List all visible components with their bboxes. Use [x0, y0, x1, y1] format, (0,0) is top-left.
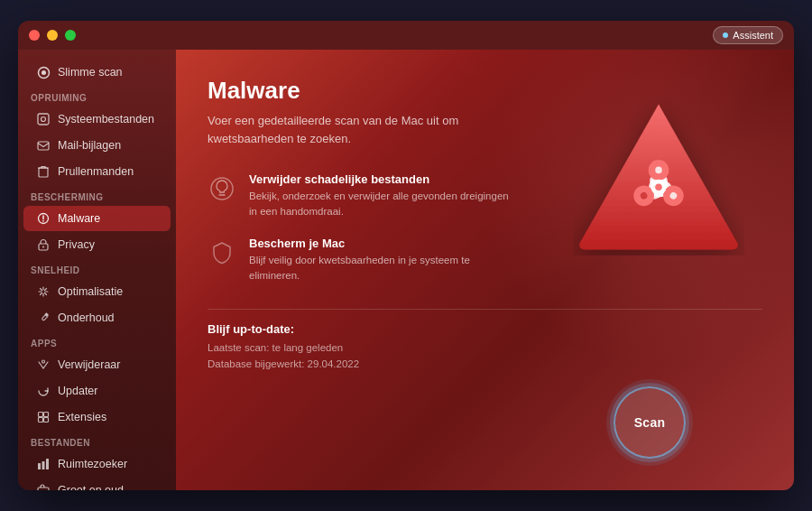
svg-rect-16	[46, 459, 49, 469]
assistant-button[interactable]: Assistent	[713, 26, 783, 44]
sidebar-item-prullenmanden[interactable]: Prullenmanden	[23, 159, 171, 184]
minimize-button[interactable]	[47, 30, 58, 41]
svg-point-8	[42, 246, 44, 248]
svg-rect-4	[38, 142, 49, 150]
svg-rect-12	[39, 418, 43, 423]
status-section: Blijf up-to-date: Laatste scan: te lang …	[208, 309, 762, 373]
svg-rect-5	[39, 168, 48, 177]
sidebar-item-label: Mail-bijlagen	[58, 139, 121, 152]
feature-icon-1	[208, 174, 236, 203]
sidebar-item-systeembestanden[interactable]: Systeembestanden	[23, 107, 171, 132]
scan-button-container: Scan	[614, 386, 686, 459]
sidebar-item-label: Optimalisatie	[58, 285, 123, 298]
trash-icon	[36, 164, 51, 179]
extensies-icon	[36, 410, 51, 424]
sidebar-item-label: Prullenmanden	[58, 165, 134, 178]
page-subtitle: Voer een gedetailleerde scan van de Mac …	[208, 112, 496, 147]
section-label-snelheid: Snelheid	[18, 258, 176, 278]
app-body: Slimme scan Opruiming Systeembestanden	[18, 50, 794, 490]
svg-rect-17	[38, 488, 49, 490]
close-button[interactable]	[29, 30, 40, 41]
svg-rect-13	[44, 418, 49, 423]
malware-illustration	[568, 86, 749, 266]
feature-title-2: Bescherm je Mac	[249, 237, 514, 250]
svg-point-25	[655, 183, 662, 190]
sidebar-item-label: Groot en oud	[58, 484, 124, 490]
scan-button[interactable]: Scan	[614, 386, 686, 459]
sidebar-item-malware[interactable]: Malware	[23, 206, 171, 231]
sidebar-item-label: Malware	[58, 212, 100, 225]
grootenoud-icon	[36, 483, 51, 490]
assistant-dot	[723, 33, 728, 38]
systeembestanden-icon	[36, 112, 51, 126]
mail-icon	[36, 138, 51, 153]
svg-rect-14	[38, 463, 41, 469]
sidebar: Slimme scan Opruiming Systeembestanden	[18, 50, 176, 490]
feature-item-2: Bescherm je Mac Blijf veilig door kwetsb…	[208, 237, 514, 284]
sidebar-item-privacy[interactable]: Privacy	[23, 232, 171, 257]
maximize-button[interactable]	[65, 30, 76, 41]
feature-desc-2: Blijf veilig door kwetsbaarheden in je s…	[249, 253, 514, 284]
status-title: Blijf up-to-date:	[208, 322, 762, 336]
feature-list: Verwijder schadelijke bestanden Bekijk, …	[208, 172, 514, 283]
svg-rect-2	[38, 114, 49, 125]
sidebar-item-groot-en-oud[interactable]: Groot en oud	[23, 478, 171, 490]
sidebar-item-label: Updater	[58, 385, 97, 397]
section-label-apps: Apps	[18, 331, 176, 351]
privacy-icon	[36, 237, 51, 252]
svg-rect-10	[39, 413, 43, 417]
ruimtezoeker-icon	[36, 457, 51, 471]
sidebar-item-label: Slimme scan	[58, 66, 123, 79]
feature-item-1: Verwijder schadelijke bestanden Bekijk, …	[208, 172, 514, 220]
sidebar-item-label: Privacy	[58, 238, 95, 251]
feature-icon-2	[208, 238, 236, 267]
sidebar-item-label: Extensies	[58, 411, 106, 423]
assistant-label: Assistent	[733, 30, 773, 41]
sidebar-item-slimme-scan[interactable]: Slimme scan	[23, 60, 171, 85]
titlebar: Assistent	[18, 21, 794, 50]
status-last-scan: Laatste scan: te lang geleden	[208, 339, 762, 356]
malware-icon	[36, 211, 51, 226]
status-database: Database bijgewerkt: 29.04.2022	[208, 356, 762, 372]
sidebar-item-label: Ruimtezoeker	[58, 458, 127, 470]
onderhoud-icon	[36, 311, 51, 325]
sidebar-item-label: Verwijderaar	[58, 358, 120, 371]
sidebar-item-mail-bijlagen[interactable]: Mail-bijlagen	[23, 133, 171, 158]
svg-rect-15	[42, 461, 45, 469]
sidebar-item-ruimtezoeker[interactable]: Ruimtezoeker	[23, 451, 171, 477]
svg-point-1	[42, 70, 46, 75]
feature-title-1: Verwijder schadelijke bestanden	[249, 172, 514, 186]
section-label-opruiming: Opruiming	[18, 86, 176, 106]
sidebar-item-label: Systeembestanden	[58, 113, 154, 125]
main-content: Malware Voer een gedetailleerde scan van…	[176, 50, 794, 490]
feature-desc-1: Bekijk, onderzoek en verwijder alle gevo…	[249, 189, 514, 220]
sidebar-item-optimalisatie[interactable]: Optimalisatie	[23, 279, 171, 304]
sidebar-item-onderhoud[interactable]: Onderhoud	[23, 305, 171, 330]
optimalisatie-icon	[36, 284, 51, 299]
svg-rect-11	[44, 413, 49, 417]
svg-point-9	[42, 360, 45, 363]
section-label-bescherming: Bescherming	[18, 185, 176, 205]
feature-text-1: Verwijder schadelijke bestanden Bekijk, …	[249, 172, 514, 220]
section-label-bestanden: Bestanden	[18, 431, 176, 451]
sidebar-item-extensies[interactable]: Extensies	[23, 404, 171, 430]
sidebar-item-updater[interactable]: Updater	[23, 378, 171, 404]
updater-icon	[36, 384, 51, 398]
feature-text-2: Bescherm je Mac Blijf veilig door kwetsb…	[249, 237, 514, 284]
app-window: Assistent Slimme scan Opruiming	[18, 21, 794, 490]
smartscan-icon	[36, 65, 51, 79]
sidebar-item-label: Onderhoud	[58, 311, 115, 324]
sidebar-item-verwijderaar[interactable]: Verwijderaar	[23, 352, 171, 377]
verwijderaar-icon	[36, 358, 51, 372]
svg-point-3	[42, 117, 46, 122]
